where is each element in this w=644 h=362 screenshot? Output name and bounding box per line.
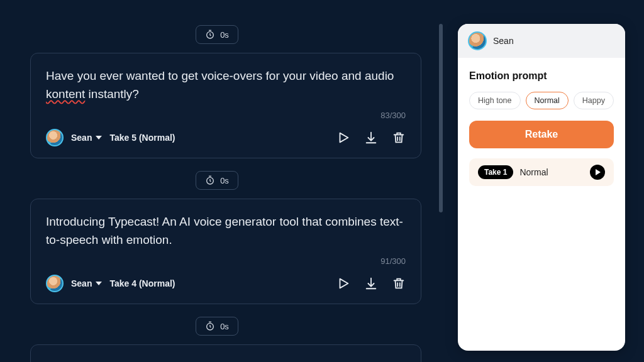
take-emotion-label: Normal bbox=[519, 167, 584, 177]
emotion-panel-body: Emotion prompt High tone Normal Happy Re… bbox=[458, 58, 625, 199]
card-footer-left: Sean Take 4 (Normal) bbox=[46, 275, 175, 292]
emotion-panel: Sean Emotion prompt High tone Normal Hap… bbox=[458, 24, 625, 351]
clock-icon bbox=[205, 321, 215, 331]
char-count: 83/300 bbox=[46, 111, 406, 120]
take-row[interactable]: Take 1 Normal bbox=[469, 158, 614, 186]
take-tag: Take 1 bbox=[478, 165, 513, 179]
play-button[interactable] bbox=[336, 131, 350, 145]
script-text[interactable]: Introducing Typecast! An AI voice genera… bbox=[46, 213, 406, 249]
svg-marker-3 bbox=[340, 279, 348, 288]
download-icon bbox=[364, 131, 378, 145]
voice-selector[interactable]: Sean bbox=[71, 278, 102, 288]
timestamp-pill[interactable]: 0s bbox=[196, 317, 238, 336]
timestamp-label: 0s bbox=[220, 30, 229, 40]
misspelled-word[interactable]: kontent bbox=[46, 87, 85, 101]
take-play-button[interactable] bbox=[590, 165, 605, 180]
clock-icon bbox=[205, 30, 215, 40]
timestamp-label: 0s bbox=[220, 322, 229, 331]
emotion-chip-high-tone[interactable]: High tone bbox=[469, 92, 521, 109]
emotion-panel-title: Emotion prompt bbox=[469, 70, 614, 82]
emotion-panel-header: Sean bbox=[458, 24, 625, 58]
voice-avatar[interactable] bbox=[46, 275, 64, 292]
editor-column: 0s Have you ever wanted to get voice-ove… bbox=[0, 0, 447, 362]
voice-name-label: Sean bbox=[493, 36, 514, 46]
timestamp-pill[interactable]: 0s bbox=[196, 25, 238, 44]
voice-avatar[interactable] bbox=[468, 31, 487, 50]
download-icon bbox=[364, 277, 378, 290]
card-footer-right bbox=[336, 131, 406, 145]
script-text[interactable]: Have you ever wanted to get voice-overs … bbox=[46, 67, 406, 103]
emotion-chip-normal[interactable]: Normal bbox=[526, 92, 569, 109]
timestamp-label: 0s bbox=[220, 176, 229, 185]
download-button[interactable] bbox=[364, 131, 378, 145]
take-label[interactable]: Take 5 (Normal) bbox=[109, 133, 175, 143]
voice-avatar[interactable] bbox=[46, 129, 64, 146]
scrollbar-thumb[interactable] bbox=[439, 24, 443, 212]
script-card[interactable]: Typecast is a powerful tool that allows … bbox=[30, 344, 421, 362]
char-count: 91/300 bbox=[46, 256, 406, 266]
delete-button[interactable] bbox=[392, 277, 406, 290]
card-footer: Sean Take 4 (Normal) bbox=[46, 275, 406, 292]
card-footer-right bbox=[336, 277, 406, 290]
cards-scroll-area: 0s Have you ever wanted to get voice-ove… bbox=[0, 24, 434, 362]
timestamp-pill[interactable]: 0s bbox=[196, 171, 238, 190]
svg-marker-1 bbox=[340, 133, 348, 143]
script-text[interactable]: Typecast is a powerful tool that allows … bbox=[46, 359, 406, 362]
play-icon bbox=[594, 168, 601, 176]
script-card[interactable]: Introducing Typecast! An AI voice genera… bbox=[30, 199, 421, 304]
trash-icon bbox=[392, 131, 406, 145]
play-icon bbox=[336, 277, 350, 290]
chevron-down-icon bbox=[96, 280, 102, 287]
card-footer: Sean Take 5 (Normal) bbox=[46, 129, 406, 146]
play-icon bbox=[336, 131, 350, 145]
clock-icon bbox=[205, 175, 215, 185]
voice-selector[interactable]: Sean bbox=[71, 133, 102, 143]
emotion-chip-row: High tone Normal Happy bbox=[469, 92, 614, 109]
svg-marker-5 bbox=[596, 169, 601, 175]
download-button[interactable] bbox=[364, 277, 378, 290]
trash-icon bbox=[392, 277, 406, 290]
retake-button[interactable]: Retake bbox=[469, 121, 614, 148]
emotion-chip-happy[interactable]: Happy bbox=[574, 92, 614, 109]
chevron-down-icon bbox=[96, 134, 102, 141]
take-label[interactable]: Take 4 (Normal) bbox=[109, 278, 175, 288]
card-footer-left: Sean Take 5 (Normal) bbox=[46, 129, 175, 146]
script-card[interactable]: Have you ever wanted to get voice-overs … bbox=[30, 53, 421, 158]
play-button[interactable] bbox=[336, 277, 350, 290]
delete-button[interactable] bbox=[392, 131, 406, 145]
